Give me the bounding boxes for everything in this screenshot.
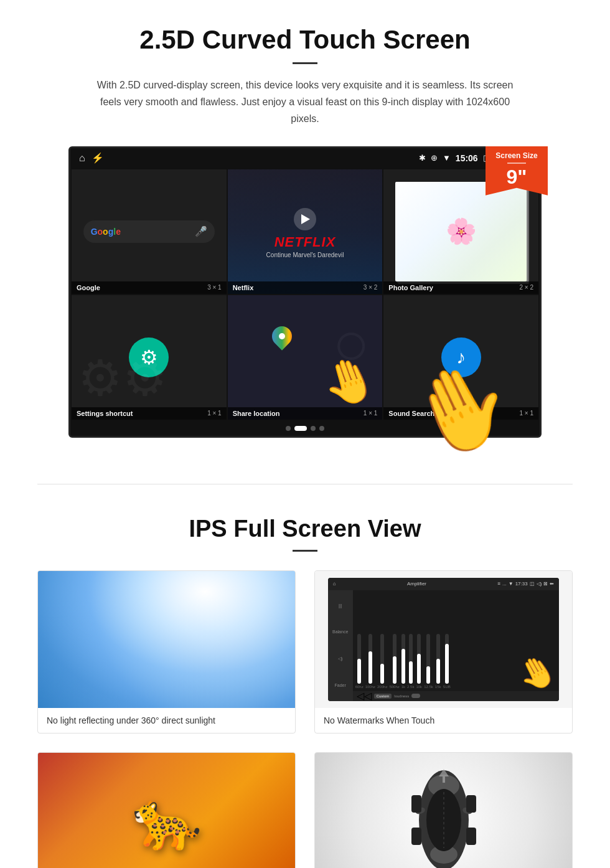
amp-status-bar: ⌂ Amplifier ≡ ... ▼ 17:33 ◫ ◁) ⊠ ⬅ — [328, 578, 560, 590]
eq-bar-500hz: 500hz — [389, 634, 399, 689]
share-location-label-bar: Share location 1 × 1 — [228, 407, 383, 420]
cheetah-image: 🐆 — [38, 753, 295, 868]
eq-bar-200hz: 200hz — [377, 634, 387, 689]
caption-watermark-text: No Watermarks When Touch — [324, 715, 434, 725]
device-mockup: Screen Size 9" ⌂ ⚡ ✱ ⊕ ▼ 15:06 ◫ ◁) ⊠ — [68, 146, 542, 438]
sound-search-label-bar: Sound Search 1 × 1 — [383, 407, 538, 420]
eq-label-7: 10k — [416, 685, 422, 689]
google-app-cell[interactable]: Google 🎤 Google 3 × 1 — [72, 169, 227, 294]
status-bar: ⌂ ⚡ ✱ ⊕ ▼ 15:06 ◫ ◁) ⊠ ⬜ — [70, 148, 540, 168]
eq-bar-track-7[interactable] — [417, 634, 421, 684]
feature-image-watermark: ⌂ Amplifier ≡ ... ▼ 17:33 ◫ ◁) ⊠ ⬅ — [315, 571, 572, 708]
eq-bar-track-10[interactable] — [445, 634, 449, 684]
eq-bar-track-4[interactable] — [393, 634, 396, 684]
eq-bar-track-9[interactable] — [436, 634, 440, 684]
amp-time: 17:33 — [515, 581, 528, 587]
feature-caption-sunlight: No light reflecting under 360° direct su… — [38, 708, 295, 733]
settings-app-cell[interactable]: ⚙ ⚙⚙ Settings shortcut 1 × 1 — [72, 295, 227, 420]
eq-bar-track-1[interactable] — [357, 634, 361, 684]
feature-card-cheetah: 🐆 Super Fast Response — [37, 752, 296, 868]
cheetah-emoji: 🐆 — [132, 788, 202, 854]
sound-search-app-cell[interactable]: ♪ Sound Search 1 × 1 — [383, 295, 538, 420]
section1-description: With 2.5D curved-display screen, this de… — [87, 77, 523, 128]
dot-1[interactable] — [286, 426, 291, 431]
sunlight-image — [38, 571, 295, 708]
sound-search-app-size: 1 × 1 — [519, 410, 533, 417]
eq-bar-track-6[interactable] — [409, 634, 413, 684]
photo-gallery-app-name: Photo Gallery — [388, 284, 433, 291]
netflix-logo: NETFLIX — [266, 234, 344, 250]
amp-back-icon[interactable]: ◁◁ — [357, 690, 372, 701]
amp-status-icons: ≡ ... ▼ 17:33 ◫ ◁) ⊠ ⬅ — [497, 581, 554, 587]
settings-label-bar: Settings shortcut 1 × 1 — [72, 407, 227, 420]
wifi-icon: ▼ — [443, 153, 451, 163]
status-left-icons: ⌂ ⚡ — [79, 152, 104, 164]
eq-bar-100hz: 100hz — [365, 634, 375, 689]
netflix-cell-bg: NETFLIX Continue Marvel's Daredevil — [228, 169, 383, 294]
title-divider-2 — [293, 550, 317, 552]
dot-3[interactable] — [311, 426, 316, 431]
eq-bar-track-2[interactable] — [368, 634, 372, 684]
svg-rect-7 — [411, 828, 421, 845]
feature-image-sunlight — [38, 571, 295, 708]
app-grid: Google 🎤 Google 3 × 1 — [70, 168, 540, 421]
home-icon[interactable]: ⌂ — [79, 153, 85, 164]
photo-gallery-container: 🌸 — [395, 182, 527, 281]
amp-bottom-bar: ◁◁ Custom loudness — [353, 691, 560, 701]
page-divider — [37, 484, 573, 484]
music-note-icon: ♪ — [456, 347, 466, 368]
title-divider — [293, 62, 317, 64]
amp-title: Amplifier — [407, 581, 426, 587]
eq-bar-sub: SUB — [443, 634, 451, 689]
feature-caption-watermark: No Watermarks When Touch — [315, 708, 572, 733]
eq-label-10: SUB — [443, 685, 451, 689]
status-time: 15:06 — [456, 153, 478, 163]
netflix-label-bar: Netflix 3 × 2 — [228, 281, 383, 294]
amp-speaker-icon: ◁) — [338, 656, 342, 661]
sound-icon-wrap: ♪ — [441, 337, 481, 377]
photo-gallery-label-bar: Photo Gallery 2 × 2 — [383, 281, 538, 294]
amp-sidebar-sliders: ||| — [339, 603, 342, 608]
amp-sidebar: ||| Balance ◁) Fader — [328, 590, 353, 701]
play-icon — [301, 214, 310, 224]
share-location-app-cell[interactable]: 🤚 ○ Share location 1 × 1 — [228, 295, 383, 420]
google-mic-icon[interactable]: 🎤 — [195, 225, 207, 237]
play-button[interactable] — [294, 208, 316, 230]
car-image — [315, 753, 572, 868]
settings-cell-inner: ⚙ ⚙⚙ — [72, 295, 227, 420]
svg-rect-5 — [411, 795, 421, 813]
dot-4[interactable] — [319, 426, 324, 431]
svg-rect-8 — [466, 828, 476, 845]
share-location-bg: 🤚 ○ — [228, 295, 383, 420]
eq-bars: 60hz 100hz 200hz — [355, 593, 557, 699]
amp-loudness-toggle[interactable] — [411, 694, 420, 698]
android-screen: ⌂ ⚡ ✱ ⊕ ▼ 15:06 ◫ ◁) ⊠ ⬜ — [68, 146, 542, 438]
eq-bar-track-5[interactable] — [401, 634, 405, 684]
amp-cam: ◫ — [530, 581, 535, 587]
pagination-dots — [70, 421, 540, 436]
amp-fader-label: Fader — [335, 683, 346, 687]
google-search-widget[interactable]: Google 🎤 — [83, 220, 215, 243]
section2-title: IPS Full Screen View — [37, 516, 573, 542]
eq-bar-track-8[interactable] — [426, 634, 430, 684]
photo-gallery-app-size: 2 × 2 — [519, 284, 533, 291]
eq-fill-3 — [380, 664, 384, 684]
amp-custom-button[interactable]: Custom — [374, 694, 392, 699]
amp-content: 60hz 100hz 200hz — [353, 590, 560, 701]
netflix-app-cell[interactable]: NETFLIX Continue Marvel's Daredevil Netf… — [228, 169, 383, 294]
usb-icon: ⚡ — [92, 152, 104, 164]
dot-2-active[interactable] — [294, 426, 307, 431]
google-app-size: 3 × 1 — [207, 284, 222, 291]
eq-bar-track-3[interactable] — [380, 634, 384, 684]
eq-fill-8 — [426, 666, 430, 684]
sky-gradient — [38, 571, 295, 708]
feature-grid: No light reflecting under 360° direct su… — [37, 570, 573, 868]
section-curved-screen: 2.5D Curved Touch Screen With 2.5D curve… — [0, 0, 610, 459]
gmaps-pin-icon — [272, 326, 292, 351]
amp-dots-icon: ... — [502, 581, 507, 587]
amp-wifi: ▼ — [509, 581, 514, 587]
eq-label-6: 2.5k — [407, 685, 414, 689]
eq-fill-10 — [445, 644, 449, 684]
sound-search-app-name: Sound Search — [388, 410, 434, 417]
amp-home-icon: ⌂ — [333, 581, 336, 587]
